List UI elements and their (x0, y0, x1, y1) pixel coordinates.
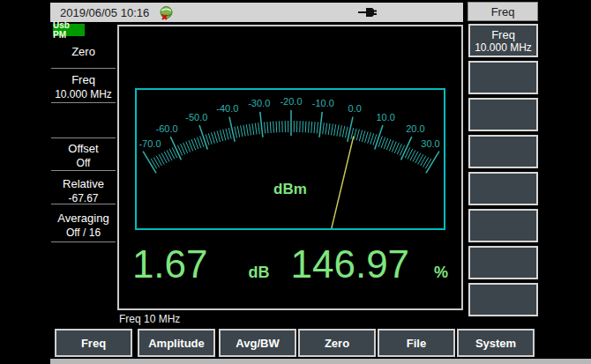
readings-row: 1.67 dB 146.97 % (119, 245, 461, 284)
freq-status-line: Freq 10 MHz (119, 313, 180, 325)
status-freq-label: Freq (51, 74, 116, 86)
sidebar-divider (51, 102, 116, 103)
status-zero-label: Zero (51, 46, 116, 58)
menu-amplitude-button[interactable]: Amplitude (138, 329, 215, 357)
status-averaging-value: Off / 16 (51, 227, 116, 239)
status-offset: Offset Off (51, 143, 116, 169)
percent-reading-value: 146.97 (291, 245, 410, 284)
sidebar-divider (51, 170, 116, 171)
softkey-blank-3[interactable] (468, 135, 538, 168)
softkey-blank-6[interactable] (468, 246, 538, 279)
screen-bottom-edge (50, 359, 591, 364)
svg-text:20.0: 20.0 (406, 123, 424, 134)
svg-text:-50.0: -50.0 (185, 112, 207, 123)
measurement-panel: -70.0-60.0-50.0-40.0-30.0-20.0-10.00.010… (117, 25, 463, 310)
sidebar-divider (51, 137, 116, 138)
svg-text:-20.0: -20.0 (280, 96, 302, 107)
svg-text:-60.0: -60.0 (156, 123, 178, 134)
softkey-freq-label: Freq (491, 28, 515, 41)
datetime-text: 2019/06/05 10:16 (60, 6, 149, 19)
gauge-scale: -70.0-60.0-50.0-40.0-30.0-20.0-10.00.010… (137, 90, 444, 228)
sidebar-divider (51, 204, 116, 204)
status-averaging-label: Averaging (51, 212, 116, 225)
menu-system-button[interactable]: System (457, 329, 535, 357)
status-offset-label: Offset (51, 143, 116, 155)
relative-reading-unit: dB (249, 264, 270, 282)
status-relative: Relative -67.67 (51, 178, 116, 204)
menu-zero-button[interactable]: Zero (298, 329, 376, 357)
softkey-blank-1[interactable] (468, 61, 538, 94)
softkey-blank-2[interactable] (468, 98, 538, 131)
status-offset-value: Off (51, 158, 116, 169)
meter-gauge: -70.0-60.0-50.0-40.0-30.0-20.0-10.00.010… (135, 88, 445, 230)
softkey-freq[interactable]: Freq 10.000 MHz (468, 24, 538, 57)
sidebar-divider (51, 241, 116, 242)
status-freq-value: 10.000 MHz (51, 89, 116, 100)
menu-avgbw-button[interactable]: Avg/BW (219, 329, 296, 357)
softkey-blank-4[interactable] (468, 172, 538, 205)
svg-text:30.0: 30.0 (421, 138, 439, 149)
relative-reading-value: 1.67 (132, 245, 208, 284)
status-freq: Freq 10.000 MHz (51, 74, 116, 100)
dc-power-icon (357, 6, 382, 19)
gps-disconnected-icon (159, 5, 174, 20)
softkey-blank-7[interactable] (468, 283, 538, 316)
sidebar-divider (51, 68, 116, 69)
softkey-blank-5[interactable] (468, 209, 538, 242)
gauge-unit-label: dBm (137, 181, 444, 198)
softkey-freq-value: 10.000 MHz (475, 41, 532, 54)
svg-text:-70.0: -70.0 (138, 138, 161, 149)
svg-text:-40.0: -40.0 (216, 103, 238, 114)
usb-pm-status-badge: Usb PM (53, 24, 85, 36)
status-zero: Zero (51, 46, 116, 58)
menu-freq-button[interactable]: Freq (55, 329, 132, 357)
percent-reading-unit: % (434, 264, 448, 282)
svg-text:-30.0: -30.0 (248, 98, 270, 108)
top-status-bar: 2019/06/05 10:16 (50, 3, 463, 22)
svg-text:-10.0: -10.0 (312, 98, 334, 108)
menu-file-button[interactable]: File (378, 329, 455, 357)
softkey-menu-title: Freq (468, 2, 538, 21)
svg-text:10.0: 10.0 (376, 112, 394, 123)
status-relative-label: Relative (51, 178, 116, 190)
svg-text:0.0: 0.0 (348, 103, 362, 114)
status-averaging: Averaging Off / 16 (51, 212, 116, 239)
